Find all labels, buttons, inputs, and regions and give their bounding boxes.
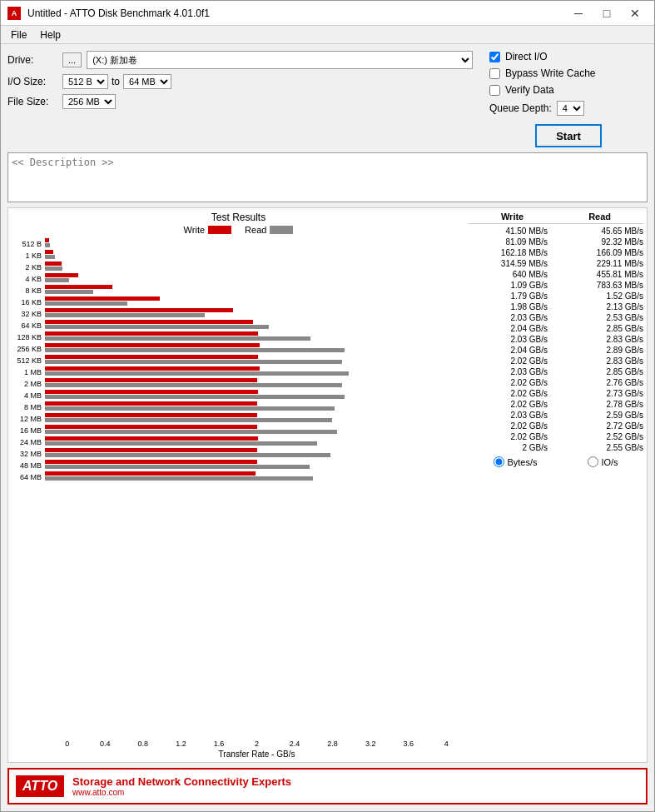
file-size-select[interactable]: 256 MB <box>62 94 116 109</box>
read-value: 166.09 MB/s <box>564 247 643 258</box>
description-textarea[interactable] <box>7 152 648 202</box>
footer-sub-text: www.atto.com <box>72 788 291 797</box>
verify-data-label: Verify Data <box>505 84 554 96</box>
bar-write <box>45 401 257 406</box>
read-value: 2.83 GB/s <box>564 356 643 366</box>
read-value: 45.65 MB/s <box>564 226 643 237</box>
write-value: 1.98 GB/s <box>469 301 548 312</box>
bypass-write-cache-checkbox[interactable] <box>489 68 500 79</box>
bar-read <box>45 255 55 259</box>
bar-write <box>45 413 257 417</box>
drive-browse-button[interactable]: ... <box>62 52 82 67</box>
io-size-label: I/O Size: <box>7 76 57 87</box>
x-axis-tick: 1.6 <box>200 740 238 748</box>
read-value: 2.59 GB/s <box>564 410 643 421</box>
start-button[interactable]: Start <box>535 124 602 147</box>
write-value: 2.02 GB/s <box>469 399 548 410</box>
bytes-radio-label[interactable]: Bytes/s <box>494 456 537 467</box>
bar-read <box>45 290 93 294</box>
data-rows-container: 41.50 MB/s45.65 MB/s81.09 MB/s92.32 MB/s… <box>469 226 643 453</box>
bypass-write-cache-row: Bypass Write Cache <box>489 67 648 79</box>
direct-io-label: Direct I/O <box>505 51 548 62</box>
bar-label: 32 KB <box>12 310 45 318</box>
bar-write <box>45 471 256 476</box>
read-value: 783.63 MB/s <box>564 280 643 291</box>
bar-label: 64 KB <box>12 321 45 330</box>
bar-write <box>45 262 62 266</box>
read-value: 2.76 GB/s <box>564 377 643 388</box>
verify-data-checkbox[interactable] <box>489 85 500 96</box>
bypass-write-cache-label: Bypass Write Cache <box>505 67 596 79</box>
bar-write <box>45 448 257 452</box>
table-row: 2 GB/s2.55 GB/s <box>469 442 643 453</box>
bar-label: 512 KB <box>12 356 45 365</box>
write-value: 2.02 GB/s <box>469 431 548 442</box>
read-value: 1.52 GB/s <box>564 291 643 301</box>
bar-label: 12 MB <box>12 415 45 423</box>
bar-row: 4 MB <box>12 390 465 401</box>
bar-track <box>45 273 465 284</box>
bar-write <box>45 320 253 324</box>
bar-row: 64 MB <box>12 471 465 482</box>
bar-read <box>45 465 310 469</box>
io-radio-label[interactable]: IO/s <box>588 456 618 467</box>
bar-label: 1 MB <box>12 368 45 376</box>
right-controls: Direct I/O Bypass Write Cache Verify Dat… <box>481 51 648 147</box>
bar-read <box>45 313 205 317</box>
queue-depth-select[interactable]: 4 <box>557 101 584 116</box>
drive-label: Drive: <box>7 54 57 66</box>
bar-write <box>45 285 112 289</box>
bar-track <box>45 425 465 436</box>
write-header: Write <box>501 212 524 222</box>
window-controls: ─ □ ✕ <box>566 4 648 22</box>
table-row: 2.02 GB/s2.72 GB/s <box>469 421 643 431</box>
file-size-row: File Size: 256 MB <box>7 94 473 109</box>
direct-io-checkbox[interactable] <box>489 52 500 62</box>
bytes-label: Bytes/s <box>507 457 537 467</box>
menu-file[interactable]: File <box>4 27 33 42</box>
bar-row: 16 MB <box>12 425 465 436</box>
bar-row: 48 MB <box>12 460 465 471</box>
x-axis-tick: 0 <box>48 740 87 748</box>
bar-row: 8 MB <box>12 401 465 412</box>
x-axis-tick: 3.6 <box>390 740 428 748</box>
bar-read <box>45 360 342 364</box>
io-size-from-select[interactable]: 512 B <box>62 74 108 89</box>
write-legend-label: Write <box>184 225 205 235</box>
drive-select[interactable]: (X:) 新加卷 <box>87 51 473 69</box>
read-value: 2.52 GB/s <box>564 431 643 442</box>
read-value: 2.73 GB/s <box>564 388 643 399</box>
bar-write <box>45 436 258 441</box>
bar-track <box>45 471 465 482</box>
read-value: 2.89 GB/s <box>564 345 643 356</box>
bar-label: 48 MB <box>12 461 45 470</box>
write-legend: Write <box>184 225 231 235</box>
table-row: 2.04 GB/s2.85 GB/s <box>469 323 643 334</box>
file-size-label: File Size: <box>7 96 57 107</box>
chart-legend: Write Read <box>12 225 465 235</box>
bar-read <box>45 418 332 422</box>
x-axis-label: Transfer Rate - GB/s <box>12 750 465 759</box>
io-size-to-select[interactable]: 64 MB <box>123 74 171 89</box>
bytes-radio[interactable] <box>494 456 504 467</box>
menu-help[interactable]: Help <box>33 27 67 42</box>
bar-row: 64 KB <box>12 320 465 331</box>
chart-section: Test Results Write Read 512 B1 KB2 KB4 K… <box>7 207 648 763</box>
table-row: 162.18 MB/s166.09 MB/s <box>469 247 643 258</box>
write-value: 1.09 GB/s <box>469 280 548 291</box>
maximize-button[interactable]: □ <box>594 4 619 22</box>
unit-row: Bytes/s IO/s <box>469 456 643 467</box>
bar-track <box>45 436 465 447</box>
bar-label: 64 MB <box>12 473 45 481</box>
bar-write <box>45 425 257 429</box>
bar-label: 512 B <box>12 240 45 248</box>
minimize-button[interactable]: ─ <box>566 4 591 22</box>
main-window: A Untitled - ATTO Disk Benchmark 4.01.0f… <box>0 0 655 812</box>
table-row: 81.09 MB/s92.32 MB/s <box>469 237 643 247</box>
close-button[interactable]: ✕ <box>623 4 648 22</box>
table-row: 2.03 GB/s2.53 GB/s <box>469 312 643 323</box>
bar-track <box>45 250 465 261</box>
read-value: 92.32 MB/s <box>564 237 643 247</box>
io-radio[interactable] <box>588 456 598 467</box>
left-controls: Drive: ... (X:) 新加卷 I/O Size: 512 B to <box>7 51 473 147</box>
